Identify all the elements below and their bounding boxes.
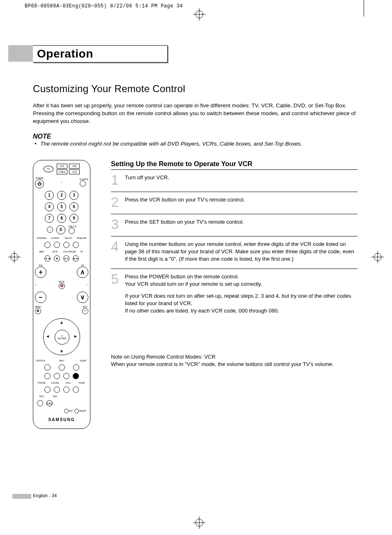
remote-brand: SAMSUNG	[48, 417, 75, 422]
remote-mute-button: 🔇	[59, 283, 65, 289]
remote-mts-button	[37, 400, 43, 406]
registration-mark-bottom	[193, 516, 205, 529]
remote-pmode-label: P.MODE	[37, 382, 46, 384]
remote-still-button	[63, 387, 69, 393]
remote-ch-down: ∨	[77, 292, 88, 303]
remote-set-button	[64, 409, 69, 413]
remote-antenna-label: ANTENNA	[37, 237, 46, 239]
page-subtitle: Customizing Your Remote Control	[33, 83, 357, 95]
remote-chmgr-button	[54, 242, 60, 248]
step-number: 5	[111, 273, 120, 315]
remote-color-1	[44, 373, 51, 379]
crop-mark-header: BP68-00588A-03Eng(028~055) 8/22/06 5:14 …	[25, 3, 183, 9]
remote-smode-label: S.MODE	[50, 382, 60, 384]
mode-note: Note on Using Remote Control Modes: VCR …	[111, 353, 357, 368]
section-title: Operation	[33, 45, 168, 63]
remote-info-label: INFO	[57, 359, 67, 362]
section-banner: Operation	[33, 45, 357, 63]
remote-stop-button: ■	[54, 255, 60, 262]
remote-srs-label: SRS	[50, 395, 60, 398]
remote-key-4: 4	[45, 202, 54, 211]
page-footer: English - 34	[33, 493, 57, 498]
step-1: 1 Turn off your VCR.	[111, 170, 357, 192]
remote-key-0: 0	[56, 225, 65, 234]
step-3: 3 Press the SET button on your TV's remo…	[111, 214, 357, 236]
remote-source-label: SOURCE	[80, 178, 88, 181]
steps-column: Setting Up the Remote to Operate Your VC…	[111, 160, 357, 429]
remote-key-2: 2	[57, 191, 66, 200]
remote-color-2	[54, 373, 60, 379]
step-2: 2 Press the VCR button on your TV's remo…	[111, 192, 357, 214]
remote-ch-label: CH	[77, 264, 88, 266]
remote-ff-label: FF	[77, 250, 87, 253]
remote-psize-button	[73, 387, 79, 393]
registration-mark-right	[371, 251, 384, 263]
step-text: Using the number buttons on your remote …	[125, 241, 357, 263]
remote-sleep-label: SLEEP	[78, 359, 88, 362]
step-number: 2	[111, 196, 120, 208]
remote-key-7: 7	[45, 214, 54, 223]
remote-wiselink-label: WISELINK	[77, 237, 87, 239]
remote-cable-button: CABLE	[57, 169, 67, 174]
remote-prech-button	[69, 228, 75, 234]
remote-dpad: ▲ ▼ ◄ ► ↵ENTER	[43, 318, 80, 355]
remote-ch-up: ∧	[77, 266, 88, 278]
remote-key-6: 6	[69, 202, 78, 211]
remote-stop-label: STOP	[50, 250, 60, 253]
remote-ff-button: ►►	[73, 255, 79, 262]
note-heading: NOTE	[33, 133, 357, 140]
remote-dvd-button: DVD	[57, 164, 67, 169]
remote-key-5: 5	[57, 202, 66, 211]
remote-stb-button: STB	[69, 164, 80, 169]
remote-prech-label: PRE-CH	[69, 225, 76, 228]
remote-key-9: 9	[69, 214, 78, 223]
remote-mts-label: MTS	[37, 395, 46, 398]
note-body: The remote control might not be compatib…	[33, 140, 357, 148]
remote-vol-down: –	[35, 292, 46, 303]
remote-reset-label: RESET	[79, 410, 86, 412]
remote-tv-button: TV	[44, 166, 53, 172]
remote-color-3	[63, 373, 69, 379]
remote-reset-button	[74, 409, 79, 413]
remote-power-button: ⏻	[35, 179, 44, 188]
remote-set-label: SET	[69, 410, 73, 412]
remote-rew-label: REW	[37, 250, 46, 253]
remote-sleep-button	[73, 364, 79, 371]
step-5-p2: If your VCR does not turn on after set-u…	[125, 292, 357, 315]
step-4: 4 Using the number buttons on your remot…	[111, 236, 357, 269]
remote-vol-up: +	[35, 266, 46, 278]
remote-power-label: POWER	[35, 177, 44, 179]
remote-srs-button: ((●))	[46, 400, 53, 406]
step-text: Turn off your VCR.	[125, 174, 169, 186]
remote-caption-label: CAPTION	[35, 359, 45, 362]
remote-menu-button: ▦	[35, 308, 41, 314]
remote-still-label: STILL	[63, 382, 73, 384]
remote-pmode-button	[44, 387, 51, 393]
step-text: Press the VCR button on your TV's remote…	[125, 196, 245, 208]
remote-exit-button: ↵	[82, 308, 88, 314]
page-content: Operation Customizing Your Remote Contro…	[33, 45, 357, 429]
remote-key-3: 3	[69, 191, 78, 200]
remote-favch-label: FAV.CH	[63, 237, 73, 239]
remote-menu-label: MENU	[35, 306, 41, 308]
step-number: 1	[111, 174, 120, 186]
remote-antenna-button	[44, 242, 51, 248]
remote-rew-button: ◄◄	[44, 255, 51, 262]
remote-mute-label: MUTE	[59, 280, 65, 283]
remote-vcr-button: VCR	[69, 169, 80, 174]
remote-exit-label: EXIT	[82, 306, 88, 308]
remote-key-8: 8	[57, 214, 66, 223]
remote-key-1: 1	[45, 191, 54, 200]
step-text: Press the POWER button on the remote con…	[125, 273, 357, 315]
registration-mark-top	[193, 8, 205, 21]
remote-favch-button	[63, 242, 69, 248]
remote-play-button: ►II	[63, 255, 69, 262]
remote-smode-button	[54, 387, 60, 393]
step-number: 4	[111, 241, 120, 263]
remote-source-button	[80, 181, 86, 187]
remote-color-4	[73, 373, 79, 379]
registration-mark-left	[8, 251, 21, 263]
remote-caption-button	[44, 364, 51, 371]
remote-enter-label: ENTER	[58, 337, 66, 340]
banner-accent	[8, 45, 33, 62]
